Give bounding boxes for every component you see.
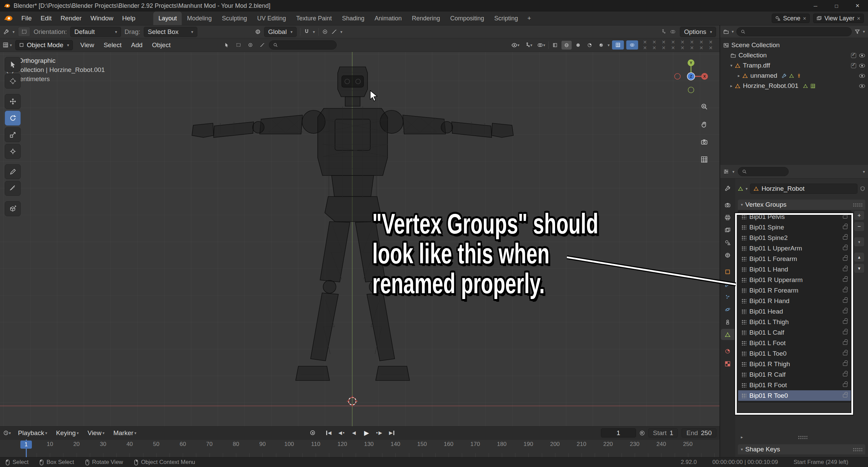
playhead-frame-badge[interactable]: 1 [20,441,32,449]
lock-open-icon[interactable] [843,394,847,397]
hide-eye-icon[interactable] [859,64,865,68]
vertex-group-row[interactable]: Bip01 R Calf [738,369,851,380]
cursor-tool-button[interactable] [5,74,21,89]
active-toggle-button[interactable] [612,40,624,50]
viewport-search-field[interactable] [269,40,337,50]
menu-view[interactable]: View [76,38,98,52]
blender-menu-icon[interactable] [3,15,14,22]
lock-open-icon[interactable] [843,226,847,229]
gizmo-dropdown[interactable]: ▾ [522,40,534,50]
active-tool-button[interactable] [18,27,30,37]
timeline-editor-caret-icon[interactable]: ▾ [9,431,11,435]
viewport-toggle-button[interactable] [257,40,268,50]
collection-checkbox[interactable] [851,53,856,58]
zoom-button[interactable] [698,100,711,113]
menu-object[interactable]: Object [148,38,175,52]
menu-edit[interactable]: Edit [36,12,56,25]
mode-select[interactable]: Object Mode [15,40,73,50]
vertex-group-row-selected[interactable]: Bip01 R Toe0 [738,390,851,401]
tab-texture[interactable] [721,358,734,369]
tab-view-layer[interactable] [721,224,734,236]
overlays-dropdown[interactable]: ▾ [535,40,547,50]
tab-texture-paint[interactable]: Texture Paint [291,12,337,25]
tab-object[interactable] [721,266,734,277]
vertex-group-row[interactable]: Bip01 Spine [738,222,851,232]
play-reverse-button[interactable]: ◀ [349,428,359,437]
lock-open-icon[interactable] [843,331,847,334]
start-frame-field[interactable]: Start 1 [648,428,678,437]
vertex-group-row[interactable]: Bip01 R Thigh [738,359,851,369]
lock-open-icon[interactable] [843,247,847,250]
menu-file[interactable]: File [17,12,36,25]
lock-open-icon[interactable] [843,341,847,345]
outliner-search-field[interactable] [736,27,852,36]
move-tool-button[interactable] [5,94,21,109]
tab-modifiers[interactable] [721,279,734,290]
menu-help[interactable]: Help [118,12,140,25]
list-resize-grip[interactable]: ▸ [738,433,865,442]
drag-select[interactable]: Select Box [144,27,197,37]
menu-tl-view[interactable]: View [83,429,109,437]
scale-tool-button[interactable] [5,127,21,142]
rotate-tool-button[interactable] [5,111,21,126]
tab-scripting[interactable]: Scripting [489,12,523,25]
vertex-group-row[interactable]: Bip01 L Forearm [738,254,851,264]
tab-shading[interactable]: Shading [337,12,370,25]
menu-window[interactable]: Window [86,12,118,25]
properties-editor-icon[interactable] [723,169,729,174]
prev-keyframe-button[interactable]: ◀● [336,428,347,437]
data-chooser-icon[interactable] [738,186,743,191]
remove-vertex-group-button[interactable]: − [854,222,865,231]
editor-type-caret-icon[interactable]: ▾ [13,30,15,34]
tab-constraints[interactable] [721,316,734,328]
viewport-toggle-button[interactable] [245,40,256,50]
lock-open-icon[interactable] [843,257,847,261]
tab-tool[interactable] [721,183,734,194]
outliner-row-horzine-robot[interactable]: ▸ Horzine_Robot.001 [720,81,868,91]
tab-rendering[interactable]: Rendering [407,12,445,25]
shading-rendered-button[interactable] [596,41,606,50]
remove-view-layer-icon[interactable]: ✕ [857,16,861,21]
hide-eye-icon[interactable] [859,74,865,78]
viewport-editor-caret-icon[interactable]: ▾ [10,43,12,48]
view-layer-selector[interactable]: View Layer ✕ [813,14,864,23]
lock-open-icon[interactable] [843,236,847,240]
vertex-group-row[interactable]: Bip01 L Hand [738,264,851,275]
outliner-row-collection[interactable]: Collection [720,50,868,60]
viewport-editor-icon[interactable] [3,42,8,48]
overlay-settings-icon[interactable] [670,29,676,35]
vertex-groups-panel-header[interactable]: ▾ Vertex Groups [738,200,865,210]
tab-sculpting[interactable]: Sculpting [217,12,252,25]
hide-eye-icon[interactable] [859,54,865,57]
outliner-editor-caret-icon[interactable]: ▾ [732,29,734,34]
tab-physics[interactable] [721,304,734,315]
vertex-group-row[interactable]: Bip01 R Foot [738,380,851,390]
current-frame-field[interactable]: 1 [601,428,636,437]
add-vertex-group-button[interactable]: + [854,210,865,220]
collapse-caret-icon[interactable]: ▸ [730,83,732,88]
outliner-options-caret-icon[interactable]: ▾ [863,29,865,34]
tab-output[interactable] [721,212,734,223]
vertex-group-row[interactable]: Bip01 L Toe0 [738,348,851,359]
properties-options-caret-icon[interactable]: ▾ [863,169,865,174]
auto-keying-icon[interactable] [640,431,645,435]
timeline-editor-icon[interactable] [3,430,9,436]
editor-type-icon[interactable] [3,29,9,35]
tab-particles[interactable] [721,291,734,302]
lock-open-icon[interactable] [843,362,847,366]
orientation-select[interactable]: Default [70,27,121,37]
vertex-group-specials-button[interactable]: ▾ [854,237,865,247]
vertex-group-row[interactable]: Bip01 Pelvis [738,211,851,222]
snap-caret-icon[interactable]: ▾ [313,30,315,34]
snap-magnet-icon[interactable] [304,29,310,35]
vertex-group-row[interactable]: Bip01 L Foot [738,338,851,348]
viewport-toggle-button[interactable] [233,40,244,50]
falloff-caret-icon[interactable]: ▾ [340,30,342,34]
tab-scene[interactable] [721,237,734,248]
tab-render[interactable] [721,199,734,210]
menu-keying[interactable]: Keying [52,429,83,437]
tab-compositing[interactable]: Compositing [445,12,489,25]
options-button[interactable]: Options [680,27,716,37]
menu-marker[interactable]: Marker [109,429,141,437]
move-group-up-button[interactable]: ▲ [854,252,865,262]
